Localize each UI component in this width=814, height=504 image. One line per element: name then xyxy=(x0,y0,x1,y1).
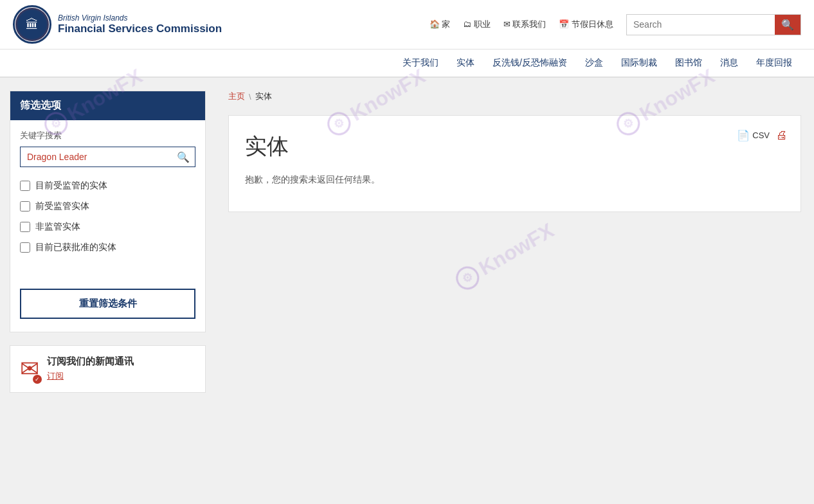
checkbox-label-regulated[interactable]: 目前受监管的实体 xyxy=(35,180,107,192)
newsletter-box: ✉ ✓ 订阅我们的新闻通讯 订阅 xyxy=(10,345,206,393)
keyword-input-wrap: 🔍 xyxy=(20,147,195,167)
main-nav-library[interactable]: 图书馆 xyxy=(666,50,711,76)
newsletter-text: 订阅我们的新闻通讯 订阅 xyxy=(47,356,134,382)
reset-button[interactable]: 重置筛选条件 xyxy=(20,289,195,319)
top-nav-links: 🏠 家 🗂 职业 ✉ 联系我们 📅 节假日休息 xyxy=(430,19,614,30)
content-actions: 📄 CSV 🖨 xyxy=(737,129,788,142)
nav-home[interactable]: 🏠 家 xyxy=(430,19,451,30)
checkbox-group: 目前受监管的实体 前受监管实体 非监管实体 目前已获批准的实体 xyxy=(20,180,195,253)
main-nav-about[interactable]: 关于我们 xyxy=(393,50,448,76)
header-top: 🏛 British Virgin Islands Financial Servi… xyxy=(0,0,814,50)
logo-icon: 🏛 xyxy=(15,8,49,41)
main-nav-sanctions[interactable]: 国际制裁 xyxy=(612,50,666,76)
logo-area: 🏛 British Virgin Islands Financial Servi… xyxy=(13,5,222,44)
filter-title: 筛选选项 xyxy=(10,91,205,120)
newsletter-title: 订阅我们的新闻通讯 xyxy=(47,356,134,368)
checkbox-formerly-regulated[interactable] xyxy=(20,201,30,212)
print-button[interactable]: 🖨 xyxy=(776,129,788,142)
main-nav-aml[interactable]: 反洗钱/反恐怖融资 xyxy=(484,50,576,76)
content-card: 📄 CSV 🖨 实体 抱歉，您的搜索未返回任何结果。 xyxy=(228,115,801,212)
main-nav-sandbox[interactable]: 沙盒 xyxy=(576,50,612,76)
main-nav-news[interactable]: 消息 xyxy=(711,50,747,76)
checkbox-label-formerly-regulated[interactable]: 前受监管实体 xyxy=(35,201,89,212)
csv-label: CSV xyxy=(752,130,770,140)
main-content: 主页 \ 实体 📄 CSV 🖨 实体 抱歉，您的搜索未返回任何结果。 xyxy=(215,78,814,464)
nav-holiday[interactable]: 📅 节假日休息 xyxy=(559,19,613,30)
checkbox-approved[interactable] xyxy=(20,242,30,253)
breadcrumb: 主页 \ 实体 xyxy=(228,91,801,102)
search-input[interactable] xyxy=(627,15,775,33)
checkbox-item-4: 目前已获批准的实体 xyxy=(20,242,195,253)
filter-box: 筛选选项 关键字搜索 🔍 目前受监管的实体 前受监管实体 xyxy=(10,91,206,332)
checkbox-regulated[interactable] xyxy=(20,181,30,191)
keyword-search-button[interactable]: 🔍 xyxy=(172,148,195,166)
search-box: 🔍 xyxy=(626,14,801,35)
check-badge: ✓ xyxy=(33,375,42,384)
page-body: 筛选选项 关键字搜索 🔍 目前受监管的实体 前受监管实体 xyxy=(0,78,814,464)
checkbox-item-2: 前受监管实体 xyxy=(20,201,195,212)
checkbox-item-3: 非监管实体 xyxy=(20,221,195,233)
main-nav-entities[interactable]: 实体 xyxy=(448,50,484,76)
main-nav-annual[interactable]: 年度回报 xyxy=(747,50,801,76)
checkbox-label-approved[interactable]: 目前已获批准的实体 xyxy=(35,242,116,253)
sidebar: 筛选选项 关键字搜索 🔍 目前受监管的实体 前受监管实体 xyxy=(0,78,215,464)
newsletter-icon: ✉ ✓ xyxy=(20,356,39,382)
nav-career[interactable]: 🗂 职业 xyxy=(463,19,491,30)
search-button[interactable]: 🔍 xyxy=(775,15,800,35)
logo-text-top: British Virgin Islands xyxy=(58,14,222,22)
keyword-label: 关键字搜索 xyxy=(20,130,195,141)
checkbox-non-regulated[interactable] xyxy=(20,222,30,232)
page-title: 实体 xyxy=(245,132,784,161)
checkbox-item-1: 目前受监管的实体 xyxy=(20,180,195,192)
keyword-input[interactable] xyxy=(21,147,172,166)
no-results-message: 抱歉，您的搜索未返回任何结果。 xyxy=(245,174,784,186)
newsletter-subscribe-link[interactable]: 订阅 xyxy=(47,371,64,381)
breadcrumb-current: 实体 xyxy=(255,91,272,102)
logo-circle: 🏛 xyxy=(13,5,51,44)
logo-text-bottom: Financial Services Commission xyxy=(58,22,222,35)
main-nav: 关于我们 实体 反洗钱/反恐怖融资 沙盒 国际制裁 图书馆 消息 年度回报 xyxy=(0,50,814,78)
top-nav-right: 🏠 家 🗂 职业 ✉ 联系我们 📅 节假日休息 🔍 xyxy=(430,14,802,35)
breadcrumb-separator: \ xyxy=(249,92,251,102)
nav-contact[interactable]: ✉ 联系我们 xyxy=(503,19,547,30)
filter-body: 关键字搜索 🔍 目前受监管的实体 前受监管实体 xyxy=(10,120,205,282)
logo-text: British Virgin Islands Financial Service… xyxy=(58,14,222,35)
csv-icon: 📄 xyxy=(737,129,750,141)
checkbox-label-non-regulated[interactable]: 非监管实体 xyxy=(35,221,80,233)
csv-button[interactable]: 📄 CSV xyxy=(737,129,770,141)
breadcrumb-home[interactable]: 主页 xyxy=(228,91,245,102)
